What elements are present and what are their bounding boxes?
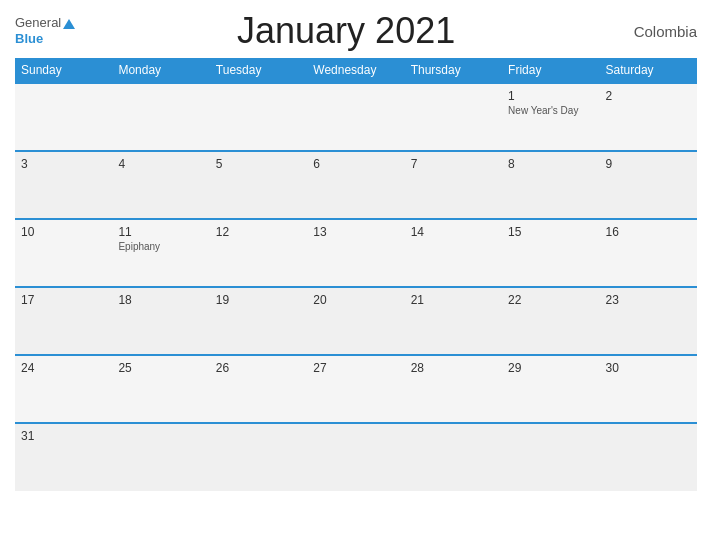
calendar-cell: 26 (210, 355, 307, 423)
day-number: 12 (216, 225, 301, 239)
calendar-cell: 2 (600, 83, 697, 151)
logo: General Blue (15, 15, 75, 46)
header-sunday: Sunday (15, 58, 112, 83)
calendar-cell: 8 (502, 151, 599, 219)
calendar-cell (15, 83, 112, 151)
calendar-week-row: 1011Epiphany1213141516 (15, 219, 697, 287)
day-number: 28 (411, 361, 496, 375)
logo-blue-text: Blue (15, 31, 75, 47)
calendar-cell: 6 (307, 151, 404, 219)
calendar-cell: 20 (307, 287, 404, 355)
day-number: 9 (606, 157, 691, 171)
calendar-cell (405, 423, 502, 491)
header-monday: Monday (112, 58, 209, 83)
header-thursday: Thursday (405, 58, 502, 83)
calendar-week-row: 24252627282930 (15, 355, 697, 423)
logo-triangle-icon (63, 19, 75, 29)
calendar-week-row: 3456789 (15, 151, 697, 219)
calendar-cell: 30 (600, 355, 697, 423)
calendar-cell (210, 83, 307, 151)
calendar-cell: 22 (502, 287, 599, 355)
day-number: 26 (216, 361, 301, 375)
day-number: 31 (21, 429, 106, 443)
day-number: 14 (411, 225, 496, 239)
day-number: 23 (606, 293, 691, 307)
calendar-cell: 19 (210, 287, 307, 355)
holiday-name: Epiphany (118, 241, 203, 252)
calendar-cell (112, 423, 209, 491)
calendar-cell: 12 (210, 219, 307, 287)
calendar-cell: 14 (405, 219, 502, 287)
day-number: 10 (21, 225, 106, 239)
calendar-cell: 28 (405, 355, 502, 423)
day-number: 29 (508, 361, 593, 375)
calendar-cell (307, 423, 404, 491)
calendar-cell: 15 (502, 219, 599, 287)
calendar-cell: 25 (112, 355, 209, 423)
day-number: 8 (508, 157, 593, 171)
calendar-cell: 5 (210, 151, 307, 219)
header-wednesday: Wednesday (307, 58, 404, 83)
calendar-cell: 29 (502, 355, 599, 423)
calendar-table: Sunday Monday Tuesday Wednesday Thursday… (15, 58, 697, 491)
calendar-cell (210, 423, 307, 491)
day-number: 24 (21, 361, 106, 375)
calendar-cell (600, 423, 697, 491)
header-saturday: Saturday (600, 58, 697, 83)
day-number: 16 (606, 225, 691, 239)
calendar-cell: 7 (405, 151, 502, 219)
calendar-cell: 18 (112, 287, 209, 355)
day-number: 11 (118, 225, 203, 239)
calendar-cell (112, 83, 209, 151)
calendar-cell: 21 (405, 287, 502, 355)
day-number: 4 (118, 157, 203, 171)
calendar-cell: 13 (307, 219, 404, 287)
header-tuesday: Tuesday (210, 58, 307, 83)
calendar-cell: 23 (600, 287, 697, 355)
day-number: 1 (508, 89, 593, 103)
logo-general-text: General (15, 15, 61, 31)
day-number: 6 (313, 157, 398, 171)
day-number: 18 (118, 293, 203, 307)
day-number: 3 (21, 157, 106, 171)
calendar-cell: 11Epiphany (112, 219, 209, 287)
day-number: 21 (411, 293, 496, 307)
day-number: 17 (21, 293, 106, 307)
calendar-cell: 9 (600, 151, 697, 219)
day-number: 22 (508, 293, 593, 307)
day-number: 2 (606, 89, 691, 103)
day-number: 25 (118, 361, 203, 375)
calendar-cell: 27 (307, 355, 404, 423)
holiday-name: New Year's Day (508, 105, 593, 116)
day-number: 30 (606, 361, 691, 375)
header-friday: Friday (502, 58, 599, 83)
calendar-cell: 1New Year's Day (502, 83, 599, 151)
day-number: 19 (216, 293, 301, 307)
weekday-header-row: Sunday Monday Tuesday Wednesday Thursday… (15, 58, 697, 83)
day-number: 7 (411, 157, 496, 171)
calendar-week-row: 1New Year's Day2 (15, 83, 697, 151)
day-number: 5 (216, 157, 301, 171)
calendar-cell: 17 (15, 287, 112, 355)
calendar-header: General Blue January 2021 Colombia (15, 10, 697, 52)
month-title: January 2021 (75, 10, 617, 52)
calendar-container: General Blue January 2021 Colombia Sunda… (0, 0, 712, 550)
calendar-cell: 10 (15, 219, 112, 287)
calendar-cell: 16 (600, 219, 697, 287)
day-number: 13 (313, 225, 398, 239)
calendar-cell: 31 (15, 423, 112, 491)
calendar-week-row: 31 (15, 423, 697, 491)
calendar-cell: 24 (15, 355, 112, 423)
day-number: 15 (508, 225, 593, 239)
day-number: 20 (313, 293, 398, 307)
calendar-cell (307, 83, 404, 151)
calendar-cell: 3 (15, 151, 112, 219)
country-label: Colombia (617, 23, 697, 40)
calendar-cell: 4 (112, 151, 209, 219)
calendar-cell (405, 83, 502, 151)
calendar-week-row: 17181920212223 (15, 287, 697, 355)
calendar-cell (502, 423, 599, 491)
day-number: 27 (313, 361, 398, 375)
